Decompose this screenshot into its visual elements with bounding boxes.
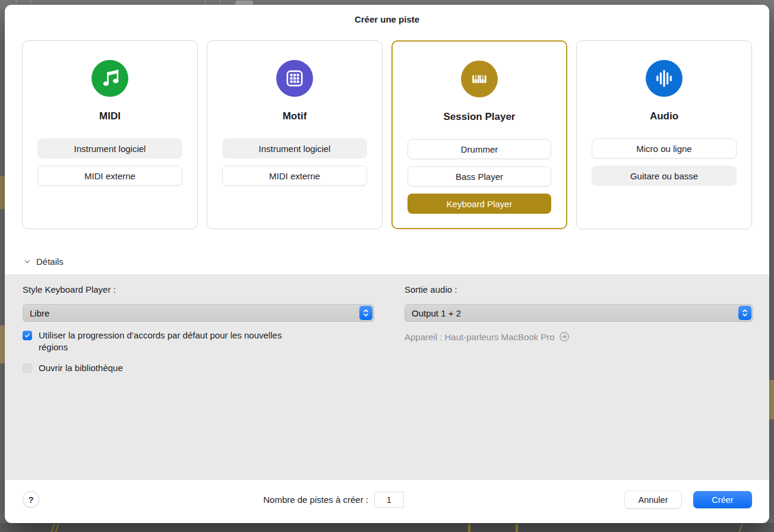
background-waveform-mark [51, 524, 55, 532]
chevron-up-down-icon [738, 306, 751, 320]
option-micro-ou-ligne[interactable]: Micro ou ligne [592, 138, 737, 159]
track-count-input[interactable] [374, 492, 404, 508]
track-count-label: Nombre de pistes à créer : [263, 495, 368, 505]
details-disclosure[interactable]: Détails [24, 256, 64, 267]
chevron-down-icon [24, 258, 31, 265]
device-link[interactable]: Appareil : Haut-parleurs MacBook Pro [405, 331, 570, 342]
background-waveform-mark [468, 524, 470, 532]
background-waveform-mark [739, 524, 743, 532]
details-panel: Style Keyboard Player : Libre [5, 274, 769, 480]
midi-icon-circle [91, 60, 128, 97]
create-button[interactable]: Créer [693, 491, 752, 508]
card-title-session-player: Session Player [444, 111, 516, 124]
use-default-chord-progression-label: Utiliser la progression d’accords par dé… [39, 330, 305, 353]
open-library-checkbox[interactable] [23, 363, 32, 373]
background-waveform-mark [516, 524, 518, 532]
option-drummer[interactable]: Drummer [407, 139, 551, 159]
sortie-audio-select[interactable]: Output 1 + 2 [405, 304, 753, 322]
sortie-audio-label: Sortie audio : [405, 284, 457, 294]
music-note-icon [99, 67, 121, 90]
option-bass-player[interactable]: Bass Player [407, 166, 551, 186]
piano-keys-icon [468, 68, 491, 90]
sortie-audio-value: Output 1 + 2 [405, 308, 461, 318]
chevron-up-down-icon [359, 306, 372, 320]
help-label: ? [28, 495, 33, 505]
card-title-audio: Audio [650, 110, 678, 123]
details-header-label: Détails [36, 256, 64, 267]
card-motif[interactable]: Motif Instrument logiciel MIDI externe [207, 40, 383, 229]
open-library-label: Ouvrir la bibliothèque [39, 362, 123, 374]
card-midi[interactable]: MIDI Instrument logiciel MIDI externe [22, 40, 198, 229]
audio-icon-circle [646, 60, 683, 97]
style-keyboard-player-select[interactable]: Libre [23, 304, 374, 322]
card-audio[interactable]: Audio Micro ou ligne Guitare ou basse [576, 40, 752, 229]
card-title-motif: Motif [283, 110, 307, 123]
option-keyboard-player[interactable]: Keyboard Player [407, 194, 551, 214]
background-region-left [0, 176, 5, 209]
background-tracks-strip [0, 523, 774, 532]
use-default-chord-progression-checkbox[interactable] [23, 331, 32, 340]
checkmark-icon [24, 332, 31, 339]
device-label: Appareil : Haut-parleurs MacBook Pro [405, 332, 555, 342]
screen: Créer une piste MIDI [0, 0, 774, 532]
option-midi-externe[interactable]: MIDI externe [222, 166, 367, 186]
track-type-cards: MIDI Instrument logiciel MIDI externe [22, 40, 752, 229]
style-keyboard-player-value: Libre [23, 308, 49, 318]
help-button[interactable]: ? [23, 491, 39, 508]
background-region-left-2 [0, 325, 5, 363]
option-guitare-ou-basse[interactable]: Guitare ou basse [592, 166, 737, 186]
arrow-right-circle-icon [559, 331, 570, 342]
option-instrument-logiciel[interactable]: Instrument logiciel [222, 138, 367, 159]
background-region-right [769, 380, 774, 419]
track-count-group: Nombre de pistes à créer : [177, 492, 404, 508]
session-player-icon-circle [461, 61, 498, 97]
background-waveform-mark [55, 524, 59, 532]
card-title-midi: MIDI [99, 110, 121, 123]
card-session-player[interactable]: Session Player Drummer Bass Player Keybo… [391, 40, 567, 229]
motif-icon-circle [276, 60, 313, 97]
dialog-title-bar: Créer une piste [5, 11, 769, 27]
cancel-button[interactable]: Annuler [625, 491, 681, 508]
grid-icon [283, 67, 306, 90]
style-keyboard-player-label: Style Keyboard Player : [23, 284, 116, 294]
option-instrument-logiciel[interactable]: Instrument logiciel [37, 138, 182, 159]
waveform-icon [653, 67, 675, 90]
option-midi-externe[interactable]: MIDI externe [37, 166, 182, 186]
create-track-dialog: Créer une piste MIDI [5, 5, 769, 523]
dialog-title: Créer une piste [355, 14, 419, 24]
